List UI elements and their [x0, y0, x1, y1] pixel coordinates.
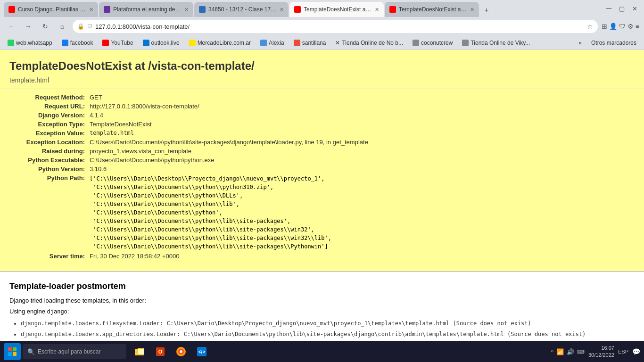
- django-version-row: Django Version: 4.1.4: [9, 112, 635, 119]
- request-url-label: Request URL:: [9, 103, 90, 110]
- taskbar-date-display: 30/12/2022: [588, 352, 614, 359]
- server-time-value: Fri, 30 Dec 2022 18:58:42 +0000: [90, 253, 179, 260]
- firefox-icon: [176, 346, 186, 357]
- menu-button[interactable]: ≡: [636, 23, 639, 30]
- request-url-value: http://127.0.0.1:8000/vista-con-template…: [90, 103, 199, 110]
- raised-during-label: Raised during:: [9, 148, 90, 155]
- tab-favicon-2: [104, 6, 110, 13]
- python-path-label: Python Path:: [9, 174, 90, 251]
- close-button[interactable]: ✕: [632, 5, 637, 12]
- error-title: TemplateDoesNotExist at /vista-con-templ…: [9, 59, 635, 73]
- python-version-value: 3.10.6: [90, 165, 107, 173]
- bookmark-facebook[interactable]: facebook: [58, 39, 97, 47]
- reload-button[interactable]: ↻: [39, 20, 52, 33]
- postmortem-title: Template-loader postmortem: [9, 281, 635, 291]
- bookmark-tiendaviky[interactable]: Tienda Online de Viky...: [458, 39, 534, 47]
- error-header: TemplateDoesNotExist at /vista-con-templ…: [0, 50, 644, 89]
- tab-close-2[interactable]: ✕: [184, 7, 189, 13]
- exception-location-label: Exception Location:: [9, 139, 90, 146]
- bookmark-tiendanob-label: Tienda Online de No b...: [342, 40, 403, 46]
- minimize-button[interactable]: ─: [606, 4, 611, 13]
- bookmarks-bar: web.whatsapp facebook YouTube outlook.li…: [0, 36, 644, 50]
- python-path-row: Python Path: ['C:\\Users\\Dario\\Desktop…: [9, 174, 635, 251]
- tab-close-3[interactable]: ✕: [280, 7, 284, 13]
- notification-icon[interactable]: 💬: [632, 348, 640, 355]
- bookmark-star-icon[interactable]: ☆: [587, 23, 593, 30]
- bookmark-santillana-label: santillana: [302, 40, 326, 46]
- home-button[interactable]: ⌂: [56, 20, 69, 33]
- request-method-value: GET: [90, 94, 102, 101]
- mercadolibre-icon: [189, 40, 196, 46]
- start-button[interactable]: [4, 343, 21, 360]
- browser-window: Curso Django. Plantillas I. Vid... ✕ Pla…: [0, 0, 644, 362]
- bookmark-santillana[interactable]: santillana: [290, 39, 330, 47]
- tab-5[interactable]: TemplateDoesNotExist at / H... ✕: [385, 2, 479, 17]
- tiendanob-icon: ✕: [335, 40, 340, 46]
- bookmark-whatsapp[interactable]: web.whatsapp: [4, 39, 56, 47]
- bookmark-whatsapp-label: web.whatsapp: [16, 40, 52, 46]
- profile-icon[interactable]: 👤: [609, 23, 617, 30]
- system-tray-arrow[interactable]: ^: [551, 349, 553, 354]
- python-executable-label: Python Executable:: [9, 156, 90, 164]
- taskbar-app-office[interactable]: O: [151, 342, 170, 361]
- file-explorer-icon: [134, 346, 145, 357]
- request-method-label: Request Method:: [9, 94, 90, 101]
- list-item-1: django.template.loaders.filesystem.Loade…: [21, 319, 635, 329]
- exception-type-row: Exception Type: TemplateDoesNotExist: [9, 121, 635, 128]
- tab-4[interactable]: TemplateDoesNotExist at /vista-c... ✕: [289, 2, 384, 17]
- back-button[interactable]: ←: [5, 20, 18, 33]
- python-version-row: Python Version: 3.10.6: [9, 165, 635, 173]
- tab-close-1[interactable]: ✕: [89, 7, 93, 13]
- taskbar-search-icon: 🔍: [27, 348, 35, 355]
- facebook-icon: [62, 40, 68, 46]
- extensions-icon[interactable]: ⚙: [627, 23, 634, 30]
- taskbar-app-firefox[interactable]: [172, 342, 190, 361]
- other-bookmarks-label: Otros marcadores: [591, 40, 636, 46]
- more-bookmarks-button[interactable]: »: [575, 39, 586, 47]
- taskbar-language: ESP: [618, 349, 628, 354]
- shield-toolbar-icon[interactable]: 🛡: [619, 23, 626, 30]
- tabs-container: Curso Django. Plantillas I. Vid... ✕ Pla…: [4, 0, 600, 17]
- svg-rect-0: [8, 347, 12, 351]
- tab-3[interactable]: 34650 - 13/12 - Clase 17 - Dja... ✕: [194, 2, 289, 17]
- request-method-row: Request Method: GET: [9, 94, 635, 101]
- bookmark-mercadolibre[interactable]: MercadoLibre.com.ar: [185, 39, 255, 47]
- downloads-icon[interactable]: ⊞: [602, 23, 607, 30]
- bookmark-coconutcrew[interactable]: coconutcrew: [409, 39, 456, 47]
- address-wrapper[interactable]: 🔒 🛡 127.0.0.1:8000/vista-con-template/ ☆: [73, 20, 598, 33]
- other-bookmarks[interactable]: Otros marcadores: [587, 39, 640, 47]
- bookmark-alexia[interactable]: Alexia: [256, 39, 288, 47]
- bookmark-tiendanob[interactable]: ✕ Tienda Online de No b...: [331, 39, 407, 47]
- raised-during-value: proyecto_1.views.vista_con_template: [90, 148, 191, 155]
- new-tab-button[interactable]: +: [480, 4, 493, 17]
- tab-2[interactable]: Plataforma eLearning de Cod... ✕: [99, 2, 193, 17]
- address-icons: ☆: [587, 23, 593, 30]
- taskbar-search[interactable]: 🔍 Escribe aquí para buscar: [23, 344, 126, 359]
- maximize-button[interactable]: ▢: [619, 5, 625, 12]
- lock-icon: 🔒: [77, 23, 84, 30]
- tab-label-4: TemplateDoesNotExist at /vista-c...: [304, 6, 372, 13]
- tab-close-5[interactable]: ✕: [470, 7, 474, 13]
- svg-rect-1: [13, 347, 17, 351]
- bookmark-youtube[interactable]: YouTube: [99, 39, 137, 47]
- taskbar-app-explorer[interactable]: [130, 342, 149, 361]
- windows-logo-icon: [8, 347, 17, 356]
- forward-button[interactable]: →: [22, 20, 35, 33]
- error-page: TemplateDoesNotExist at /vista-con-templ…: [0, 50, 644, 341]
- postmortem-section: Template-loader postmortem Django tried …: [0, 271, 644, 341]
- postmortem-intro: Django tried loading these templates, in…: [9, 297, 635, 304]
- svg-text:</>: </>: [198, 349, 206, 354]
- exception-value-row: Exception Value: template.html: [9, 130, 635, 137]
- svg-rect-2: [8, 352, 12, 356]
- tab-close-4[interactable]: ✕: [375, 7, 379, 13]
- tab-1[interactable]: Curso Django. Plantillas I. Vid... ✕: [4, 2, 98, 17]
- whatsapp-icon: [8, 40, 14, 46]
- taskbar-app-vscode[interactable]: </>: [192, 342, 211, 361]
- window-controls: ─ ▢ ✕: [603, 4, 640, 13]
- list-item-3: django.template.loaders.app_directories.…: [21, 340, 635, 341]
- error-details: Request Method: GET Request URL: http://…: [0, 89, 644, 271]
- svg-rect-6: [138, 349, 144, 354]
- tab-favicon-5: [389, 6, 396, 13]
- taskbar-apps: O </>: [130, 342, 211, 361]
- bookmark-outlook[interactable]: outlook.live: [139, 39, 183, 47]
